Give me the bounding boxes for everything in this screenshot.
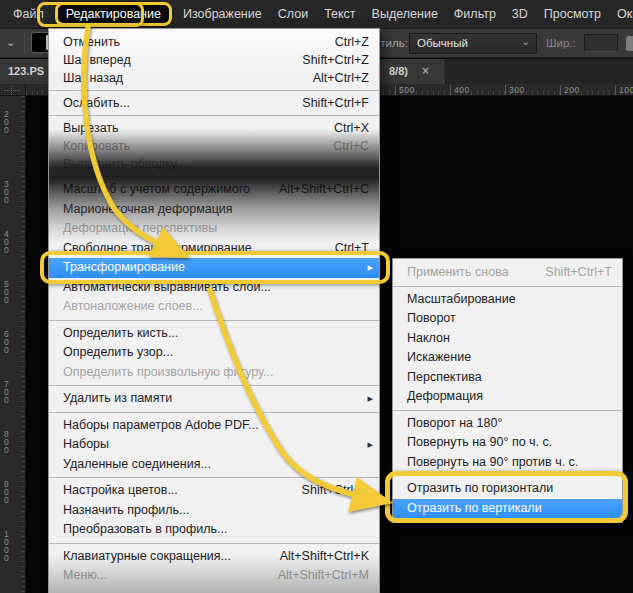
menubar-item-layers[interactable]: Слои bbox=[270, 7, 316, 21]
ruler-label: 800 bbox=[4, 430, 11, 454]
menu-item-rotate[interactable]: Поворот bbox=[393, 309, 622, 329]
crosshair-icon bbox=[4, 90, 20, 91]
menu-item-label: Удаленные соединения... bbox=[63, 455, 211, 475]
menubar-item-window[interactable]: Окно bbox=[609, 7, 633, 21]
menu-item-convert-to-profile[interactable]: Преобразовать в профиль... bbox=[49, 520, 379, 540]
menu-item-undo[interactable]: ОтменитьCtrl+Z bbox=[49, 33, 379, 51]
edit-menu: ОтменитьCtrl+Z Шаг впередShift+Ctrl+Z Ша… bbox=[48, 28, 380, 593]
menu-item-adobe-pdf-presets[interactable]: Наборы параметров Adobe PDF... bbox=[49, 416, 379, 436]
menu-item-perspective[interactable]: Перспектива bbox=[393, 368, 622, 388]
menu-item-flip-horizontal[interactable]: Отразить по горизонтали bbox=[393, 479, 622, 499]
menu-item-label: Автоматически выравнивать слои... bbox=[63, 278, 271, 298]
ruler-label: 1000 bbox=[4, 530, 11, 562]
menu-item-label: Вырезать bbox=[63, 119, 119, 137]
menu-separator bbox=[49, 385, 379, 386]
menu-item-define-brush[interactable]: Определить кисть... bbox=[49, 324, 379, 344]
chevron-down-icon[interactable]: ⌄ bbox=[6, 36, 15, 49]
menu-item-label: Автоналожение слоев... bbox=[63, 297, 203, 317]
menu-item-label: Свободное трансформирование bbox=[63, 239, 252, 259]
menu-item-shortcut: Ctrl+Z bbox=[335, 33, 369, 51]
menu-item-label: Искажение bbox=[407, 348, 471, 368]
menu-item-label: Определить произвольную фигуру... bbox=[63, 363, 273, 383]
menu-item-warp[interactable]: Деформация bbox=[393, 387, 622, 407]
menubar-item-view[interactable]: Просмотр bbox=[536, 7, 609, 21]
menu-separator bbox=[393, 410, 622, 411]
menubar-item-3d[interactable]: 3D bbox=[504, 7, 536, 21]
menu-item-rotate-90-ccw[interactable]: Повернуть на 90° против ч. с. bbox=[393, 453, 622, 473]
document-tab-title-right: 8/8) bbox=[389, 65, 408, 77]
menu-separator bbox=[49, 90, 379, 91]
menu-item-skew[interactable]: Наклон bbox=[393, 329, 622, 349]
ruler-label: 200 bbox=[4, 110, 11, 134]
ruler-label: 400 bbox=[4, 230, 11, 254]
menu-separator bbox=[49, 115, 379, 116]
menu-item-free-transform[interactable]: Свободное трансформированиеCtrl+T bbox=[49, 239, 379, 259]
menu-item-label: Определить узор... bbox=[63, 343, 173, 363]
menu-item-label: Поворот на 180° bbox=[407, 414, 502, 434]
menu-item-remote-connections[interactable]: Удаленные соединения... bbox=[49, 455, 379, 475]
menu-separator bbox=[49, 412, 379, 413]
menu-item-color-settings[interactable]: Настройка цветов...Shift+Ctrl+K bbox=[49, 481, 379, 501]
menu-item-again[interactable]: Применить сноваShift+Ctrl+T bbox=[393, 263, 622, 283]
menu-separator bbox=[393, 286, 622, 287]
menu-item-define-pattern[interactable]: Определить узор... bbox=[49, 343, 379, 363]
menu-separator bbox=[393, 475, 622, 476]
ruler-label: 100 bbox=[619, 85, 633, 95]
menu-item-label: Деформация перспективы bbox=[63, 219, 217, 239]
style-dropdown[interactable]: Обычный ⌄ bbox=[409, 33, 537, 54]
menu-item-assign-profile[interactable]: Назначить профиль... bbox=[49, 501, 379, 521]
menubar-item-filter[interactable]: Фильтр bbox=[446, 7, 504, 21]
ruler-origin-corner bbox=[0, 84, 26, 96]
menu-item-label: Настройка цветов... bbox=[63, 481, 178, 501]
menu-item-content-aware-scale[interactable]: Масштаб с учетом содержимогоAlt+Shift+Ct… bbox=[49, 180, 379, 200]
menu-item-perspective-warp[interactable]: Деформация перспективы bbox=[49, 219, 379, 239]
menu-item-fade[interactable]: Ослабить...Shift+Ctrl+F bbox=[49, 94, 379, 112]
menu-item-menus[interactable]: Меню...Alt+Shift+Ctrl+M bbox=[49, 566, 379, 586]
menu-item-step-forward[interactable]: Шаг впередShift+Ctrl+Z bbox=[49, 51, 379, 69]
menu-item-label: Масштаб с учетом содержимого bbox=[63, 180, 250, 200]
menu-item-label: Копировать bbox=[63, 137, 130, 155]
menu-item-auto-align-layers[interactable]: Автоматически выравнивать слои... bbox=[49, 278, 379, 298]
menu-item-label: Назначить профиль... bbox=[63, 501, 190, 521]
vertical-ruler: 200 300 400 500 600 700 800 900 1000 bbox=[0, 96, 26, 593]
menubar-item-select[interactable]: Выделение bbox=[364, 7, 446, 21]
menu-item-label: Перспектива bbox=[407, 368, 482, 388]
menu-item-label: Выполнить обводку... bbox=[63, 155, 186, 173]
menu-item-presets[interactable]: Наборы bbox=[49, 435, 379, 455]
menubar-item-text[interactable]: Текст bbox=[316, 7, 363, 21]
menu-item-scale[interactable]: Масштабирование bbox=[393, 290, 622, 310]
menu-item-label: Применить снова bbox=[407, 263, 509, 283]
menu-item-transform[interactable]: Трансформирование bbox=[49, 258, 379, 278]
menu-item-distort[interactable]: Искажение bbox=[393, 348, 622, 368]
menu-item-define-shape[interactable]: Определить произвольную фигуру... bbox=[49, 363, 379, 383]
menu-item-puppet-warp[interactable]: Марионеточная деформация bbox=[49, 200, 379, 220]
menu-item-purge[interactable]: Удалить из памяти bbox=[49, 389, 379, 409]
menu-item-shortcut: Ctrl+C bbox=[333, 137, 369, 155]
menu-item-label: Наборы параметров Adobe PDF... bbox=[63, 416, 259, 436]
menu-item-label: Повернуть на 90° по ч. с. bbox=[407, 433, 552, 453]
menu-item-shortcut: Alt+Shift+Ctrl+K bbox=[280, 547, 369, 567]
menu-item-stroke[interactable]: Выполнить обводку... bbox=[49, 155, 379, 173]
menu-item-shortcut: Shift+Ctrl+F bbox=[302, 94, 369, 112]
menu-item-cut[interactable]: ВырезатьCtrl+X bbox=[49, 119, 379, 137]
menu-item-label: Отразить по горизонтали bbox=[407, 479, 553, 499]
width-label: Шир.: bbox=[546, 37, 576, 49]
menu-item-rotate-90-cw[interactable]: Повернуть на 90° по ч. с. bbox=[393, 433, 622, 453]
menu-item-label: Наклон bbox=[407, 329, 450, 349]
menubar-item-file[interactable]: Файл bbox=[5, 7, 52, 21]
menu-item-auto-blend-layers[interactable]: Автоналожение слоев... bbox=[49, 297, 379, 317]
menubar-item-image[interactable]: Изображение bbox=[175, 7, 270, 21]
menu-item-shortcut: Ctrl+X bbox=[334, 119, 369, 137]
menu-item-shortcut: Shift+Ctrl+K bbox=[302, 481, 369, 501]
menu-item-rotate-180[interactable]: Поворот на 180° bbox=[393, 414, 622, 434]
menu-item-keyboard-shortcuts[interactable]: Клавиатурные сокращения...Alt+Shift+Ctrl… bbox=[49, 547, 379, 567]
menu-item-step-backward[interactable]: Шаг назадAlt+Ctrl+Z bbox=[49, 69, 379, 87]
menu-item-copy[interactable]: КопироватьCtrl+C bbox=[49, 137, 379, 155]
partial-panel-icon bbox=[626, 36, 633, 51]
menu-separator bbox=[49, 477, 379, 478]
width-input[interactable] bbox=[584, 34, 618, 52]
menu-item-flip-vertical[interactable]: Отразить по вертикали bbox=[393, 499, 622, 519]
close-icon[interactable]: × bbox=[422, 64, 429, 78]
menubar-item-edit[interactable]: Редактирование bbox=[55, 2, 172, 26]
menu-item-label: Шаг вперед bbox=[63, 51, 131, 69]
